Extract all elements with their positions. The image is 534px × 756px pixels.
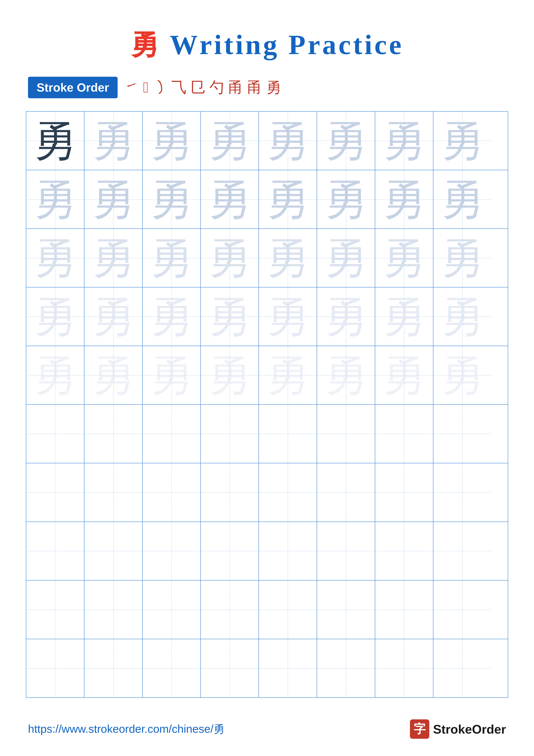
grid-cell[interactable] (201, 522, 259, 580)
grid-cell[interactable] (142, 463, 201, 522)
grid-cell[interactable]: 勇 (259, 229, 317, 287)
grid-cell[interactable]: 勇 (85, 229, 142, 287)
grid-cell[interactable]: 勇 (142, 229, 201, 287)
grid-cell[interactable] (259, 580, 317, 639)
grid-cell[interactable] (317, 405, 375, 463)
grid-cell[interactable] (142, 639, 201, 697)
grid-cell[interactable]: 勇 (142, 112, 201, 170)
char-guide: 勇 (324, 295, 368, 338)
grid-cell[interactable]: 勇 (26, 346, 85, 404)
grid-cell[interactable] (375, 463, 433, 522)
char-guide: 勇 (266, 295, 309, 338)
grid-cell[interactable] (85, 580, 142, 639)
char-guide: 勇 (266, 354, 309, 397)
grid-cell[interactable]: 勇 (85, 170, 142, 229)
grid-cell[interactable]: 勇 (259, 287, 317, 346)
grid-cell[interactable] (142, 405, 201, 463)
title-text: Writing Practice (161, 29, 404, 60)
grid-cell[interactable]: 勇 (375, 287, 433, 346)
grid-cell[interactable]: 勇 (26, 229, 85, 287)
grid-cell[interactable] (317, 522, 375, 580)
stroke-step-8: 甬 (247, 77, 262, 97)
grid-cell[interactable]: 勇 (317, 229, 375, 287)
grid-cell[interactable] (142, 580, 201, 639)
footer-url[interactable]: https://www.strokeorder.com/chinese/勇 (28, 721, 225, 737)
grid-cell[interactable]: 勇 (375, 346, 433, 404)
grid-cell[interactable]: 勇 (317, 112, 375, 170)
char-guide: 勇 (92, 119, 135, 162)
grid-row-2: 勇 勇 勇 勇 勇 勇 勇 勇 (26, 170, 508, 229)
grid-cell[interactable]: 勇 (85, 346, 142, 404)
grid-cell[interactable]: 勇 (433, 170, 492, 229)
grid-cell[interactable]: 勇 (26, 112, 85, 170)
grid-cell[interactable]: 勇 (201, 170, 259, 229)
grid-row-5: 勇 勇 勇 勇 勇 勇 勇 勇 (26, 346, 508, 405)
grid-cell[interactable] (85, 522, 142, 580)
stroke-step-1: ㇀ (124, 77, 139, 97)
grid-cell[interactable] (201, 405, 259, 463)
grid-cell[interactable] (433, 580, 492, 639)
grid-cell[interactable] (375, 639, 433, 697)
char-guide: 勇 (441, 178, 484, 221)
grid-cell[interactable]: 勇 (26, 287, 85, 346)
grid-cell[interactable] (201, 463, 259, 522)
grid-cell[interactable] (259, 405, 317, 463)
grid-cell[interactable]: 勇 (142, 170, 201, 229)
grid-cell[interactable]: 勇 (317, 287, 375, 346)
char-guide: 勇 (208, 119, 251, 162)
grid-cell[interactable] (26, 639, 85, 697)
grid-cell[interactable] (433, 463, 492, 522)
grid-cell[interactable]: 勇 (259, 112, 317, 170)
grid-cell[interactable] (259, 639, 317, 697)
char-guide: 勇 (441, 119, 484, 162)
grid-cell[interactable]: 勇 (201, 287, 259, 346)
grid-cell[interactable] (142, 522, 201, 580)
grid-cell[interactable] (85, 405, 142, 463)
grid-cell[interactable] (201, 639, 259, 697)
grid-cell[interactable]: 勇 (85, 287, 142, 346)
grid-cell[interactable] (259, 463, 317, 522)
grid-cell[interactable]: 勇 (375, 112, 433, 170)
grid-cell[interactable]: 勇 (142, 346, 201, 404)
grid-cell[interactable] (433, 405, 492, 463)
char-guide: 勇 (324, 354, 368, 397)
grid-cell[interactable]: 勇 (375, 229, 433, 287)
grid-cell[interactable] (433, 522, 492, 580)
grid-cell[interactable] (26, 463, 85, 522)
grid-row-7 (26, 463, 508, 522)
grid-cell[interactable] (317, 580, 375, 639)
grid-cell[interactable]: 勇 (85, 112, 142, 170)
char-guide: 勇 (383, 354, 426, 397)
logo-text: StrokeOrder (433, 722, 506, 736)
stroke-step-3: ㇁ (153, 77, 167, 97)
grid-cell[interactable]: 勇 (433, 346, 492, 404)
grid-cell[interactable]: 勇 (201, 112, 259, 170)
grid-cell[interactable] (375, 522, 433, 580)
grid-cell[interactable] (433, 639, 492, 697)
grid-cell[interactable] (26, 405, 85, 463)
grid-cell[interactable] (375, 405, 433, 463)
grid-cell[interactable]: 勇 (259, 170, 317, 229)
grid-cell[interactable]: 勇 (26, 170, 85, 229)
grid-cell[interactable]: 勇 (142, 287, 201, 346)
grid-cell[interactable]: 勇 (375, 170, 433, 229)
grid-cell[interactable]: 勇 (317, 170, 375, 229)
grid-cell[interactable] (375, 580, 433, 639)
grid-cell[interactable]: 勇 (433, 287, 492, 346)
char-guide: 勇 (441, 236, 484, 280)
grid-cell[interactable] (201, 580, 259, 639)
grid-cell[interactable] (259, 522, 317, 580)
grid-cell[interactable] (85, 639, 142, 697)
grid-cell[interactable]: 勇 (433, 112, 492, 170)
grid-cell[interactable]: 勇 (433, 229, 492, 287)
grid-cell[interactable] (317, 639, 375, 697)
grid-cell[interactable] (317, 463, 375, 522)
grid-cell[interactable] (26, 580, 85, 639)
grid-cell[interactable] (85, 463, 142, 522)
char-guide: 勇 (208, 354, 251, 397)
grid-cell[interactable]: 勇 (317, 346, 375, 404)
grid-cell[interactable]: 勇 (201, 346, 259, 404)
grid-cell[interactable] (26, 522, 85, 580)
grid-cell[interactable]: 勇 (201, 229, 259, 287)
grid-cell[interactable]: 勇 (259, 346, 317, 404)
